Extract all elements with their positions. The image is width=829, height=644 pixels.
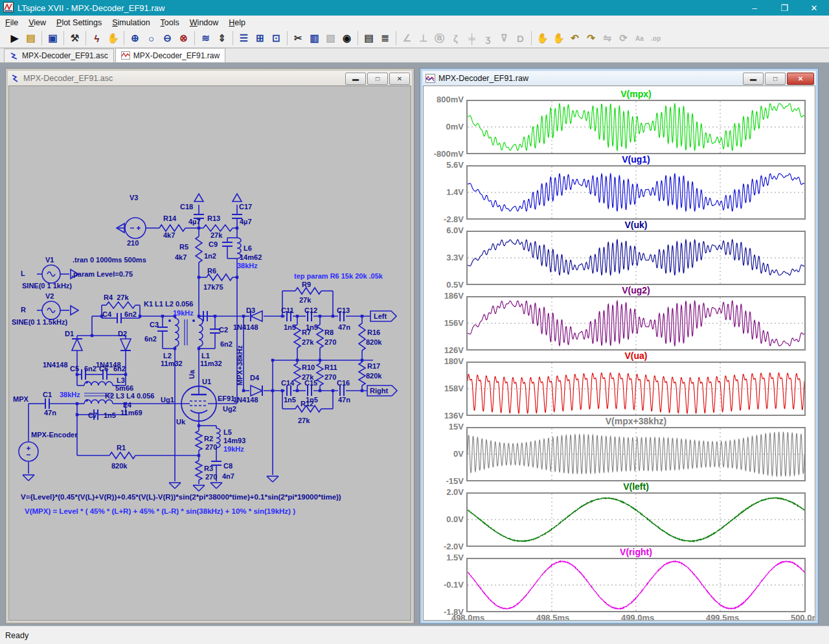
toolbar-separator [41,31,42,45]
copy-button[interactable]: ▥ [306,30,323,46]
y-axis-label: -0.1V [425,580,464,590]
undo-button[interactable]: ↶ [567,30,583,46]
pane-title-vright[interactable]: V(right) [466,547,806,557]
pane-plot-5[interactable] [466,362,806,416]
schematic-close-button[interactable]: ✕ [389,73,410,85]
run-button[interactable]: ▶ [6,30,23,46]
pan-button[interactable]: ⇕ [214,30,230,46]
schematic-label: 1N4148 [233,396,258,404]
pane-plot-4[interactable] [466,296,806,351]
x-axis-label: 499.5ms [706,613,739,621]
pane-plot-1[interactable] [466,100,806,154]
schematic-label: D3 [246,306,255,314]
zoom-out-button[interactable]: ⊖ [159,30,176,46]
waveform-close-button[interactable]: ✕ [787,73,814,85]
pane-plot-2[interactable] [466,165,806,220]
waveform-minimize-button[interactable]: ▬ [743,73,764,85]
tab-waveform[interactable]: MPX-Decoder_EF91.raw [115,48,225,62]
find-button[interactable]: ◉ [339,30,355,46]
app-restore-button[interactable]: ❐ [769,0,799,16]
menu-window[interactable]: Window [185,17,223,29]
app-close-button[interactable]: ✕ [799,0,829,16]
pane-title-vug1[interactable]: V(ug1) [466,154,806,165]
zoom-full-button[interactable]: ⊗ [176,30,192,46]
toolbar-separator [358,31,358,45]
pane-title-vuk[interactable]: V(uk) [466,220,806,230]
menu-tools[interactable]: Tools [155,17,185,29]
menu-plot-settings[interactable]: Plot Settings [51,17,107,29]
schematic-label: C11 [281,306,294,314]
cascade-button[interactable]: ⊞ [252,30,268,46]
pane-plot-3[interactable] [466,231,806,285]
waveform-maximize-button[interactable]: □ [765,73,786,85]
menu-view[interactable]: View [23,17,51,29]
schematic-label: tep param R6 15k 20k .05k [294,272,383,280]
schematic-label: R3 [204,465,213,472]
schematic-maximize-button[interactable]: □ [367,73,388,85]
app-minimize-button[interactable]: – [740,0,769,16]
schematic-label: L5 [223,428,232,436]
schematic-canvas[interactable]: V3210R144k7C184µ7R1327kC174µ7R54k7C91n2L… [8,86,411,621]
autorange-button[interactable]: ≋ [198,30,214,46]
menu-file[interactable]: File [0,17,23,29]
schematic-label: 6n2 [144,335,157,343]
schematic-label: 210 [127,239,139,247]
menu-simulation[interactable]: Simulation [107,17,155,29]
zoom-area-button[interactable]: ○ [143,30,159,46]
schematic-label: R5 [179,243,188,251]
y-axis-label: -2.8V [425,214,464,224]
waveform-window-titlebar[interactable]: MPX-Decoder_EF91.raw ▬ □ ✕ [423,71,815,86]
schematic-label: 11m32 [161,360,183,367]
print-button[interactable]: ≣ [377,30,393,46]
schematic-label: C15 [304,379,317,387]
open-button[interactable]: ▤ [23,30,39,46]
y-axis-label: 0mV [425,122,464,132]
pane-title-vleft[interactable]: V(left) [466,481,806,492]
run-simulation-button[interactable]: ϟ [89,30,105,46]
schematic-label: 4n7 [222,472,234,480]
pane-plot-7[interactable] [466,492,806,547]
resistor-tool: ζ [448,30,464,46]
toolbar-separator [194,31,195,45]
schematic-minimize-button[interactable]: ▬ [345,73,366,85]
cut-button[interactable]: ✂ [290,30,306,46]
redo-button[interactable]: ↷ [583,30,599,46]
schematic-label: 19kHz [223,445,244,453]
y-axis-label: 0.5V [425,280,464,290]
y-axis-label: 0.0V [425,514,464,524]
print-preview-button[interactable]: ▤ [361,30,377,46]
tab-schematic[interactable]: MPX-Decoder_EF91.asc [4,49,114,62]
app-title: LTspice XVII - MPX-Decoder_EF91.raw [17,3,165,13]
schematic-window-titlebar[interactable]: MPX-Decoder_EF91.asc ▬ □ ✕ [8,71,411,86]
tile-vertical-button[interactable]: ⊡ [268,30,284,46]
pane-title-vmpx[interactable]: V(mpx) [466,89,806,99]
schematic-label: 47n [338,396,350,404]
schematic-label: Right [370,387,388,395]
tile-horizontal-button[interactable]: ☰ [236,30,252,46]
zoom-in-button[interactable]: ⊕ [127,30,143,46]
schematic-label: 27k [298,417,310,424]
y-axis-label: 158V [425,384,464,393]
schematic-label: 17k75 [203,283,223,291]
y-axis-label: 180V [425,356,464,366]
schematic-label: V(MPX) = Level * ( 45% * (L+R) + 45% * (… [25,507,295,515]
title-bar[interactable]: LTspice XVII - MPX-Decoder_EF91.raw – ❐ … [0,0,829,16]
pane-title-vmpx+38khz[interactable]: V(mpx+38khz) [466,416,806,426]
control-panel-button[interactable]: ⚒ [67,30,83,46]
pane-plot-8[interactable] [466,558,806,612]
pane-plot-6[interactable] [466,427,806,481]
schematic-icon [11,74,20,83]
pane-title-vug2[interactable]: V(ug2) [466,285,806,295]
pane-title-vua[interactable]: V(ua) [466,351,806,361]
schematic-label: K1 L1 L2 0.056 [144,300,193,308]
schematic-label: R14 [163,214,176,222]
wire-tool: ∠ [399,30,415,46]
tab-label: MPX-Decoder_EF91.asc [22,51,108,60]
menu-help[interactable]: Help [223,17,251,29]
toolbar-separator [63,31,64,45]
schematic-label: R6 [207,267,216,275]
save-button[interactable]: ▣ [45,30,61,46]
schematic-label: R11 [324,363,337,371]
y-axis-label: -800mV [425,149,464,159]
schematic-label: 820k [111,462,127,470]
